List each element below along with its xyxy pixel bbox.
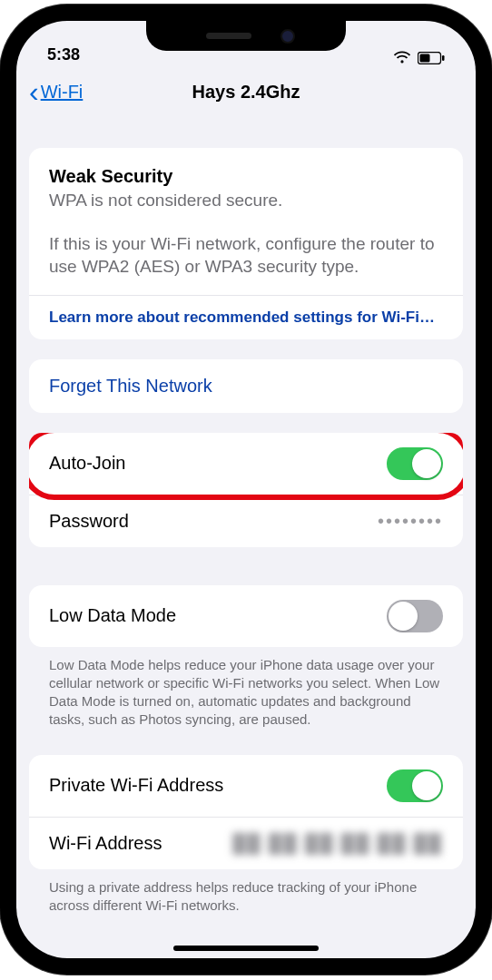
join-card: Auto-Join Password •••••••• bbox=[29, 433, 463, 547]
low-data-toggle[interactable] bbox=[387, 600, 443, 632]
screen: 5:38 ‹ Wi-Fi Hays 2.4Ghz Weak Security bbox=[16, 21, 476, 958]
forget-card: Forget This Network bbox=[29, 359, 463, 413]
password-row[interactable]: Password •••••••• bbox=[29, 495, 463, 547]
chevron-left-icon: ‹ bbox=[29, 77, 39, 106]
security-heading: Weak Security bbox=[49, 166, 443, 187]
svg-rect-2 bbox=[442, 55, 445, 61]
notch bbox=[146, 21, 346, 51]
security-card: Weak Security WPA is not considered secu… bbox=[29, 148, 463, 339]
wifi-addr-value: ██:██:██:██:██:██ bbox=[232, 833, 443, 854]
wifi-icon bbox=[393, 51, 411, 64]
phone-frame: 5:38 ‹ Wi-Fi Hays 2.4Ghz Weak Security bbox=[0, 5, 492, 975]
lowdata-card: Low Data Mode bbox=[29, 585, 463, 647]
wifi-addr-row[interactable]: Wi-Fi Address ██:██:██:██:██:██ bbox=[29, 817, 463, 869]
private-addr-toggle[interactable] bbox=[387, 769, 443, 802]
svg-rect-1 bbox=[420, 54, 430, 62]
page-title: Hays 2.4Ghz bbox=[16, 82, 476, 103]
wifi-addr-label: Wi-Fi Address bbox=[49, 833, 232, 854]
back-button[interactable]: ‹ Wi-Fi bbox=[29, 77, 83, 106]
security-body: If this is your Wi-Fi network, configure… bbox=[49, 232, 443, 279]
private-footer: Using a private address helps reduce tra… bbox=[29, 869, 463, 916]
password-label: Password bbox=[49, 511, 378, 532]
home-indicator[interactable] bbox=[173, 946, 319, 951]
low-data-row[interactable]: Low Data Mode bbox=[29, 585, 463, 647]
battery-icon bbox=[418, 52, 445, 64]
auto-join-toggle[interactable] bbox=[387, 447, 443, 480]
low-data-label: Low Data Mode bbox=[49, 605, 387, 626]
back-label: Wi-Fi bbox=[41, 82, 84, 103]
private-card: Private Wi-Fi Address Wi-Fi Address ██:█… bbox=[29, 755, 463, 869]
password-value: •••••••• bbox=[378, 511, 443, 532]
forget-network-button[interactable]: Forget This Network bbox=[29, 359, 463, 413]
low-data-footer: Low Data Mode helps reduce your iPhone d… bbox=[29, 647, 463, 730]
auto-join-row[interactable]: Auto-Join bbox=[29, 433, 463, 495]
security-subtitle: WPA is not considered secure. bbox=[49, 191, 443, 211]
auto-join-label: Auto-Join bbox=[49, 453, 387, 474]
nav-bar: ‹ Wi-Fi Hays 2.4Ghz bbox=[16, 68, 476, 115]
learn-more-link[interactable]: Learn more about recommended settings fo… bbox=[29, 295, 463, 339]
content: Weak Security WPA is not considered secu… bbox=[16, 115, 476, 958]
private-addr-row[interactable]: Private Wi-Fi Address bbox=[29, 755, 463, 817]
private-addr-label: Private Wi-Fi Address bbox=[49, 775, 387, 796]
